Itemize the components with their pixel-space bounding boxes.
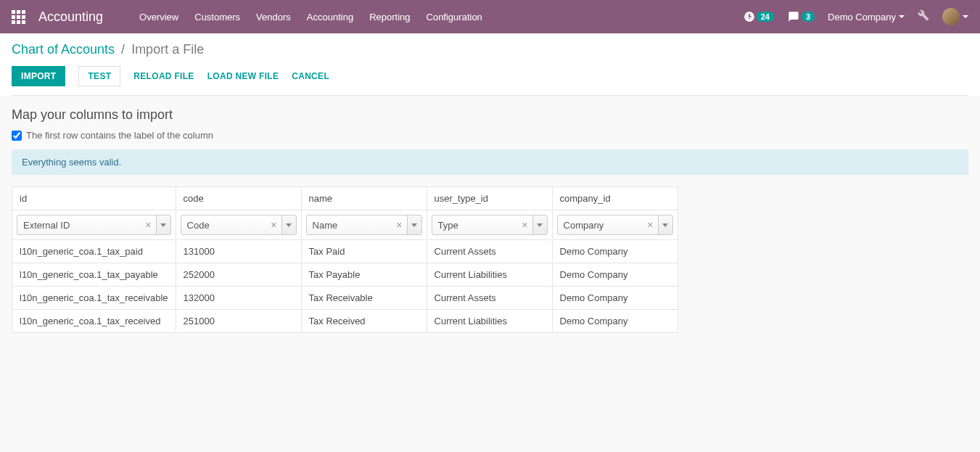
navbar-right: 24 3 Demo Company — [744, 8, 968, 25]
col-header-company: company_id — [552, 187, 678, 210]
first-row-checkbox[interactable] — [12, 131, 22, 141]
col-header-name: name — [301, 187, 427, 210]
clear-icon[interactable]: × — [141, 219, 155, 231]
reload-file-button[interactable]: Reload File — [133, 67, 194, 86]
cell-type: Current Assets — [427, 287, 552, 310]
first-row-checkbox-label[interactable]: The first row contains the label of the … — [12, 130, 968, 141]
map-title: Map your columns to import — [12, 107, 968, 123]
nav-customers[interactable]: Customers — [194, 12, 240, 22]
cell-name: Tax Received — [301, 310, 427, 333]
app-brand[interactable]: Accounting — [38, 9, 103, 25]
cell-code: 132000 — [176, 287, 301, 310]
clear-icon[interactable]: × — [517, 219, 532, 231]
messages-badge: 3 — [802, 12, 815, 22]
field-select-type[interactable]: Type× — [432, 215, 548, 235]
cell-id: l10n_generic_coa.1_tax_received — [12, 310, 176, 333]
field-select-code[interactable]: Code× — [181, 215, 297, 235]
field-select-name[interactable]: Name× — [306, 215, 422, 235]
breadcrumb-current: Import a File — [131, 42, 204, 57]
cell-id: l10n_generic_coa.1_tax_payable — [12, 263, 176, 287]
table-row: l10n_generic_coa.1_tax_paid131000Tax Pai… — [12, 240, 678, 263]
cell-type: Current Liabilities — [427, 310, 552, 333]
chevron-down-icon[interactable] — [407, 215, 421, 234]
cell-id: l10n_generic_coa.1_tax_paid — [12, 240, 176, 263]
nav-overview[interactable]: Overview — [139, 12, 178, 22]
nav-vendors[interactable]: Vendors — [256, 12, 291, 22]
cell-code: 251000 — [176, 310, 301, 333]
chevron-down-icon — [963, 15, 968, 18]
import-button[interactable]: Import — [12, 66, 65, 86]
header-row: id code name user_type_id company_id — [12, 187, 678, 210]
cell-id: l10n_generic_coa.1_tax_receivable — [12, 287, 176, 310]
cell-name: Tax Receivable — [301, 287, 427, 310]
company-switcher[interactable]: Demo Company — [828, 12, 905, 22]
nav-links: Overview Customers Vendors Accounting Re… — [139, 12, 482, 22]
chevron-down-icon[interactable] — [281, 215, 296, 234]
chevron-down-icon — [899, 15, 905, 18]
user-menu[interactable] — [942, 8, 968, 25]
cell-name: Tax Paid — [301, 240, 427, 263]
breadcrumb-parent[interactable]: Chart of Accounts — [12, 42, 115, 57]
chevron-down-icon[interactable] — [532, 215, 547, 234]
nav-accounting[interactable]: Accounting — [307, 12, 353, 22]
clear-icon[interactable]: × — [392, 219, 406, 231]
button-row: Import Test Reload File Load New File Ca… — [12, 66, 968, 96]
col-header-id: id — [12, 187, 176, 210]
table-row: l10n_generic_coa.1_tax_received251000Tax… — [12, 310, 678, 333]
table-row: l10n_generic_coa.1_tax_receivable132000T… — [12, 287, 678, 310]
cell-type: Current Assets — [427, 240, 552, 263]
activity-icon[interactable]: 24 — [744, 11, 774, 22]
chevron-down-icon[interactable] — [156, 215, 170, 234]
breadcrumb-separator: / — [121, 42, 125, 57]
field-select-company[interactable]: Company× — [557, 215, 673, 235]
cell-code: 131000 — [176, 240, 301, 263]
test-button[interactable]: Test — [78, 66, 120, 86]
top-navbar: Accounting Overview Customers Vendors Ac… — [0, 0, 980, 33]
debug-icon[interactable] — [918, 9, 929, 24]
cell-code: 252000 — [176, 263, 301, 287]
cell-company: Demo Company — [552, 310, 678, 333]
nav-reporting[interactable]: Reporting — [369, 12, 410, 22]
col-header-code: code — [176, 187, 301, 210]
import-area: Map your columns to import The first row… — [0, 96, 980, 345]
first-row-text: The first row contains the label of the … — [26, 130, 213, 141]
activity-badge: 24 — [757, 12, 774, 22]
control-panel: Chart of Accounts / Import a File Import… — [0, 33, 980, 96]
cancel-button[interactable]: Cancel — [292, 67, 329, 86]
nav-configuration[interactable]: Configuration — [427, 12, 482, 22]
messages-icon[interactable]: 3 — [787, 11, 815, 22]
table-row: l10n_generic_coa.1_tax_payable252000Tax … — [12, 263, 678, 287]
mapping-row: External ID× Code× Name× Type× Company× — [12, 210, 678, 240]
cell-company: Demo Company — [552, 263, 678, 287]
field-select-id[interactable]: External ID× — [17, 215, 171, 235]
clear-icon[interactable]: × — [643, 219, 657, 231]
col-header-type: user_type_id — [427, 187, 552, 210]
validation-alert: Everything seems valid. — [12, 149, 968, 175]
cell-company: Demo Company — [552, 287, 678, 310]
avatar — [942, 8, 960, 25]
apps-icon[interactable] — [12, 10, 25, 24]
company-name: Demo Company — [828, 12, 896, 22]
cell-name: Tax Payable — [301, 263, 427, 287]
clear-icon[interactable]: × — [266, 219, 281, 231]
cell-type: Current Liabilities — [427, 263, 552, 287]
import-preview-table: id code name user_type_id company_id Ext… — [12, 186, 678, 333]
chevron-down-icon[interactable] — [658, 215, 672, 234]
breadcrumb: Chart of Accounts / Import a File — [12, 42, 968, 57]
load-new-file-button[interactable]: Load New File — [207, 67, 279, 86]
cell-company: Demo Company — [552, 240, 678, 263]
